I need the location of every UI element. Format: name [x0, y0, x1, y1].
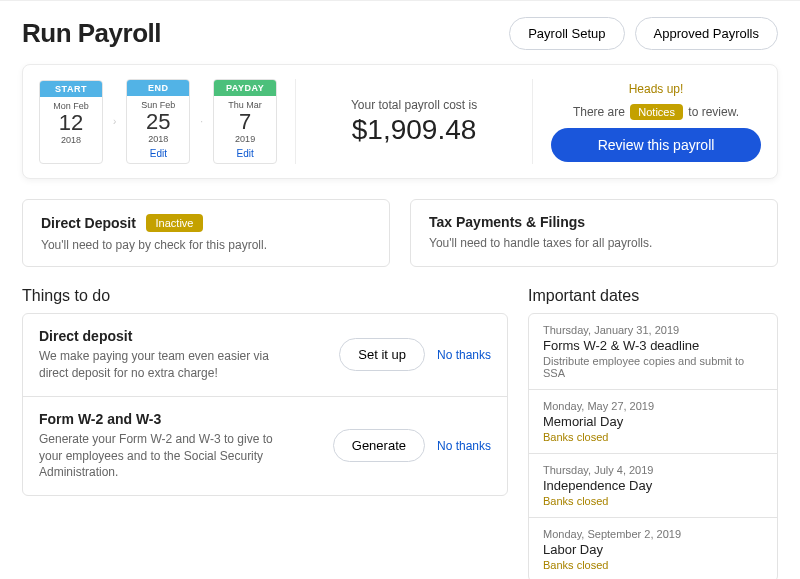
date-item-title: Labor Day	[543, 542, 763, 557]
date-item-title: Memorial Day	[543, 414, 763, 429]
direct-deposit-title: Direct Deposit	[41, 215, 136, 231]
important-date-item: Thursday, July 4, 2019 Independence Day …	[529, 453, 777, 517]
tax-body: You'll need to handle taxes for all payr…	[429, 236, 759, 250]
notice-suffix: to review.	[688, 105, 739, 119]
approved-payrolls-button[interactable]: Approved Payrolls	[635, 17, 779, 50]
payday-edit-link[interactable]: Edit	[214, 148, 276, 163]
cost-label: Your total payroll cost is	[351, 98, 477, 112]
tax-title: Tax Payments & Filings	[429, 214, 585, 230]
end-day: 25	[127, 110, 189, 134]
notice-prefix: There are	[573, 105, 625, 119]
important-date-item: Thursday, January 31, 2019 Forms W-2 & W…	[529, 314, 777, 389]
date-item-note: Banks closed	[543, 495, 763, 507]
todo-item-title: Direct deposit	[39, 328, 327, 344]
payday-cap: PAYDAY	[214, 80, 276, 96]
start-dow: Mon Feb	[40, 101, 102, 111]
start-year: 2018	[40, 135, 102, 145]
direct-deposit-body: You'll need to pay by check for this pay…	[41, 238, 371, 252]
todo-dismiss-link[interactable]: No thanks	[437, 348, 491, 362]
dates-section-title: Important dates	[528, 287, 778, 305]
tax-card: Tax Payments & Filings You'll need to ha…	[410, 199, 778, 267]
date-item-date: Monday, May 27, 2019	[543, 400, 763, 412]
date-item-note: Distribute employee copies and submit to…	[543, 355, 763, 379]
date-item-note: Banks closed	[543, 559, 763, 571]
notice-line: There are Notices to review.	[573, 104, 739, 120]
chevron-right-icon: ›	[113, 116, 116, 127]
todo-item-body: Generate your Form W-2 and W-3 to give t…	[39, 431, 299, 481]
important-date-item: Monday, May 27, 2019 Memorial Day Banks …	[529, 389, 777, 453]
page-title: Run Payroll	[22, 18, 161, 49]
heads-up-label: Heads up!	[629, 82, 684, 96]
todo-action-button[interactable]: Set it up	[339, 338, 425, 371]
todo-section-title: Things to do	[22, 287, 508, 305]
date-item-date: Thursday, July 4, 2019	[543, 464, 763, 476]
date-item-title: Independence Day	[543, 478, 763, 493]
todo-item-body: We make paying your team even easier via…	[39, 348, 299, 382]
todo-item: Direct deposit We make paying your team …	[23, 314, 507, 396]
payroll-setup-button[interactable]: Payroll Setup	[509, 17, 624, 50]
payday-year: 2019	[214, 134, 276, 144]
payroll-summary-card: START Mon Feb 12 2018 › END Sun Feb 25 2…	[22, 64, 778, 179]
start-cap: START	[40, 81, 102, 97]
todo-action-button[interactable]: Generate	[333, 429, 425, 462]
date-item-title: Forms W-2 & W-3 deadline	[543, 338, 763, 353]
cost-value: $1,909.48	[352, 114, 477, 146]
payday-tile: PAYDAY Thu Mar 7 2019 Edit	[213, 79, 277, 164]
start-day: 12	[40, 111, 102, 135]
todo-item-title: Form W-2 and W-3	[39, 411, 321, 427]
end-cap: END	[127, 80, 189, 96]
direct-deposit-status-badge: Inactive	[146, 214, 204, 232]
notices-badge[interactable]: Notices	[630, 104, 683, 120]
important-date-item: Monday, September 2, 2019 Labor Day Bank…	[529, 517, 777, 579]
todo-dismiss-link[interactable]: No thanks	[437, 439, 491, 453]
payday-day: 7	[214, 110, 276, 134]
review-payroll-button[interactable]: Review this payroll	[551, 128, 761, 162]
date-item-date: Thursday, January 31, 2019	[543, 324, 763, 336]
end-year: 2018	[127, 134, 189, 144]
date-item-date: Monday, September 2, 2019	[543, 528, 763, 540]
end-date-tile: END Sun Feb 25 2018 Edit	[126, 79, 190, 164]
end-edit-link[interactable]: Edit	[127, 148, 189, 163]
date-item-note: Banks closed	[543, 431, 763, 443]
direct-deposit-card: Direct Deposit Inactive You'll need to p…	[22, 199, 390, 267]
dot-separator-icon: ·	[200, 116, 203, 127]
todo-item: Form W-2 and W-3 Generate your Form W-2 …	[23, 396, 507, 495]
start-date-tile: START Mon Feb 12 2018	[39, 80, 103, 164]
